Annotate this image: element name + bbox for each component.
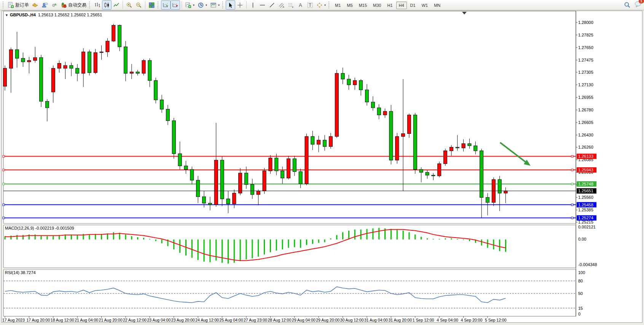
candle-body [136, 72, 139, 73]
candle-body [106, 41, 109, 52]
time-tick-label: 4 Sep 20:00 [461, 318, 483, 322]
line-handle[interactable] [3, 169, 5, 171]
line-handle[interactable] [571, 183, 573, 185]
time-tick-label: 5 Sep 12:00 [485, 318, 507, 322]
candle-body [100, 52, 103, 52]
candle-body [130, 72, 133, 73]
candle-body [480, 151, 483, 198]
candle [154, 78, 158, 103]
pane-splitter[interactable] [3, 224, 576, 225]
candle-body [299, 171, 302, 184]
price-tick-label: 1.26955 [578, 95, 593, 100]
candle-body [124, 47, 128, 73]
time-axis[interactable]: 17 Aug 202317 Aug 20:0018 Aug 12:0021 Au… [2, 316, 507, 322]
line-handle[interactable] [571, 155, 573, 157]
candle-body [383, 111, 387, 115]
price-tick-label: 1.27825 [578, 33, 593, 37]
candle-body [70, 65, 73, 68]
price-axis[interactable]: 1.280001.278251.276501.274751.273051.271… [576, 20, 593, 224]
candle-body [407, 115, 411, 133]
price-tick-label: 1.27305 [578, 70, 593, 75]
price-tick-label: 1.25560 [578, 195, 593, 200]
line-handle[interactable] [3, 204, 5, 206]
candle [220, 157, 224, 206]
candle-body [426, 172, 429, 175]
candle-body [317, 140, 320, 144]
candle-body [438, 164, 441, 176]
candle-body [148, 60, 151, 81]
chart-window: ▼GBPUSD-,H4 1.25613 1.25652 1.25602 1.25… [2, 11, 642, 323]
candle-body [51, 68, 55, 92]
candle-body [444, 151, 447, 164]
candle [88, 50, 91, 76]
line-handle[interactable] [3, 183, 5, 185]
time-tick-label: 31 Aug 20:00 [388, 318, 412, 322]
candle-body [226, 199, 230, 204]
time-tick-label: 21 Aug 04:00 [75, 318, 98, 322]
time-tick-label: 1 Sep 12:00 [413, 318, 434, 322]
chart-menu-icon[interactable]: ▼ [5, 13, 8, 17]
candle-body [293, 159, 296, 171]
candle-body [64, 65, 67, 68]
candle-body [27, 60, 31, 62]
line-handle[interactable] [571, 204, 573, 206]
candle [172, 118, 175, 159]
candle-body [419, 170, 423, 173]
line-handle[interactable] [3, 217, 5, 219]
chart-canvas[interactable]: 1.280001.278251.276501.274751.273051.271… [0, 0, 644, 325]
candle-body [233, 193, 236, 204]
candle-body [323, 140, 327, 146]
candle [94, 49, 97, 74]
candle-body [33, 57, 37, 60]
candle-body [250, 184, 254, 194]
line-handle[interactable] [571, 169, 573, 171]
rsi-axis-label: 50 [578, 291, 583, 296]
macd-axis-label: -0.004348 [578, 262, 597, 267]
candle-body [389, 111, 393, 160]
candle [269, 155, 272, 174]
rsi-axis-label: 0 [578, 312, 580, 316]
candle [40, 55, 43, 107]
candle [112, 24, 115, 42]
candle [263, 168, 266, 194]
price-tick-label: 1.27130 [578, 82, 593, 87]
price-tick-label: 1.26780 [578, 108, 593, 112]
chart-title: ▼GBPUSD-,H4 1.25613 1.25652 1.25602 1.25… [5, 13, 102, 17]
candle-body [365, 90, 369, 102]
price-tick-label: 1.26430 [578, 133, 593, 137]
time-tick-label: 25 Aug 04:00 [220, 318, 243, 322]
time-tick-label: 27 Aug 23:00 [244, 318, 267, 322]
price-level-tag-label: 1.25748 [578, 182, 593, 186]
line-handle[interactable] [571, 217, 573, 219]
price-tick-label: 1.28000 [578, 20, 593, 25]
candle [438, 162, 441, 178]
candle-body [371, 102, 375, 108]
candle-body [377, 108, 381, 115]
candle-body [239, 173, 242, 193]
candle-body [413, 115, 417, 169]
time-tick-label: 23 Aug 04:00 [147, 318, 171, 322]
current-bar-ohlc: 1.25613 1.25652 1.25602 1.25651 [38, 13, 102, 17]
candle-body [353, 81, 357, 85]
candle-body [311, 136, 314, 144]
candle-body [269, 158, 272, 171]
candle-body [486, 197, 489, 202]
candle [142, 59, 145, 75]
candle-body [275, 158, 278, 171]
candle-body [45, 101, 49, 108]
candle-body [154, 81, 158, 100]
time-tick-label: 17 Aug 2023 [2, 318, 25, 322]
pane-splitter[interactable] [3, 268, 576, 270]
candle-body [281, 171, 284, 178]
price-tick-label: 1.27475 [578, 58, 593, 62]
time-tick-label: 4 Sep 04:00 [437, 318, 458, 322]
candle-body [15, 50, 19, 59]
mt4-window: 新订单 自动交易 [0, 0, 644, 325]
line-handle[interactable] [3, 155, 5, 157]
candle-body [184, 166, 188, 169]
candle-body [9, 50, 13, 68]
candle-body [82, 52, 85, 73]
macd-pane [3, 225, 576, 268]
time-tick-label: 24 Aug 12:00 [195, 318, 219, 322]
candle-body [341, 73, 344, 79]
